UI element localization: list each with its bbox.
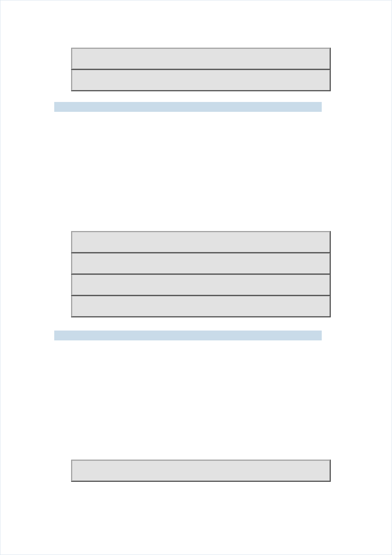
table-cell [71, 48, 330, 69]
table-row [71, 296, 330, 317]
table-row [71, 69, 330, 91]
table-cell [71, 231, 330, 253]
table-cell [71, 460, 330, 481]
table-row [71, 274, 330, 296]
table-cell [71, 274, 330, 296]
table-middle [71, 231, 331, 317]
table-top [71, 48, 331, 91]
table-cell [71, 253, 330, 274]
page-container [0, 0, 392, 555]
table-cell [71, 296, 330, 317]
table-bottom [71, 460, 331, 482]
section-bar [54, 331, 322, 340]
section-bar [54, 102, 322, 112]
table-row [71, 253, 330, 274]
table-row [71, 48, 330, 69]
table-cell [71, 69, 330, 91]
table-row [71, 231, 330, 253]
table-row [71, 460, 330, 481]
